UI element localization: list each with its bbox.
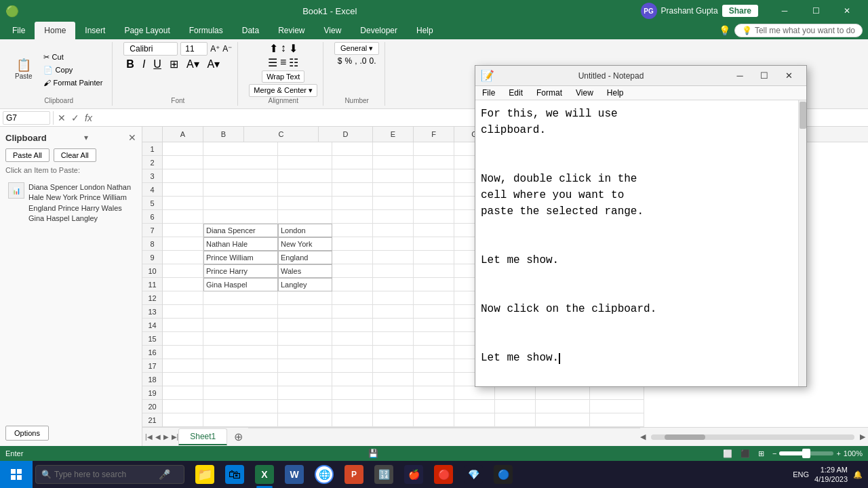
cell-C19[interactable]: [278, 386, 332, 400]
wrap-text-button[interactable]: Wrap Text: [262, 70, 304, 83]
bold-button[interactable]: B: [123, 58, 137, 71]
tab-page-layout[interactable]: Page Layout: [115, 22, 179, 39]
notepad-restore-button[interactable]: ☐: [752, 66, 776, 85]
share-button[interactable]: Share: [722, 5, 758, 17]
cell-F20[interactable]: [414, 400, 454, 413]
tab-file[interactable]: File: [3, 22, 35, 39]
row-number-21[interactable]: 21: [142, 413, 162, 427]
cell-E21[interactable]: [373, 413, 414, 427]
cell-F21[interactable]: [414, 413, 454, 427]
underline-button[interactable]: U: [151, 58, 164, 71]
col-header-A[interactable]: A: [163, 127, 203, 142]
cell-A6[interactable]: [163, 210, 203, 224]
cell-D8[interactable]: [332, 237, 373, 251]
cell-A20[interactable]: [163, 400, 203, 413]
cell-E5[interactable]: [373, 197, 414, 210]
cell-F1[interactable]: [414, 142, 454, 156]
font-color-button[interactable]: A▾: [205, 57, 223, 71]
row-number-8[interactable]: 8: [142, 237, 162, 251]
cell-D17[interactable]: [332, 359, 373, 373]
cell-I19[interactable]: [536, 386, 590, 400]
cell-I20[interactable]: [536, 400, 590, 413]
cell-A3[interactable]: [163, 169, 203, 183]
cell-A11[interactable]: [163, 278, 203, 291]
cell-A17[interactable]: [163, 359, 203, 373]
cell-reference-box[interactable]: G7: [3, 111, 50, 125]
horizontal-scroll-right[interactable]: ▶: [860, 432, 865, 441]
cell-A5[interactable]: [163, 197, 203, 210]
cell-D7[interactable]: [332, 224, 373, 237]
taskbar-app-calculator[interactable]: 🔢: [369, 461, 399, 488]
cell-D16[interactable]: [332, 346, 373, 359]
paste-button[interactable]: 📋 Paste: [11, 56, 37, 83]
cell-F7[interactable]: [414, 224, 454, 237]
row-number-4[interactable]: 4: [142, 183, 162, 197]
cell-E20[interactable]: [373, 400, 414, 413]
cell-E7[interactable]: [373, 224, 414, 237]
cell-B5[interactable]: [203, 197, 278, 210]
cell-B2[interactable]: [203, 156, 278, 169]
cell-B21[interactable]: [203, 413, 278, 427]
align-bottom-button[interactable]: ⬇: [289, 42, 298, 55]
col-header-C[interactable]: C: [244, 127, 319, 142]
cell-F8[interactable]: [414, 237, 454, 251]
cell-B3[interactable]: [203, 169, 278, 183]
cell-D10[interactable]: [332, 264, 373, 278]
cell-G19[interactable]: [454, 386, 495, 400]
col-header-B[interactable]: B: [203, 127, 244, 142]
notepad-menu-edit[interactable]: Edit: [502, 86, 530, 100]
start-button[interactable]: [0, 461, 33, 488]
cell-E19[interactable]: [373, 386, 414, 400]
tab-home[interactable]: Home: [35, 22, 75, 39]
cell-A2[interactable]: [163, 156, 203, 169]
cell-B9[interactable]: Prince William: [203, 251, 278, 264]
cell-F4[interactable]: [414, 183, 454, 197]
taskbar-app-powerpoint[interactable]: P: [339, 461, 369, 488]
cell-B10[interactable]: Prince Harry: [203, 264, 278, 278]
cell-B4[interactable]: [203, 183, 278, 197]
options-button[interactable]: Options: [5, 426, 49, 441]
tell-me-input[interactable]: 💡 Tell me what you want to do: [734, 24, 863, 37]
cell-D6[interactable]: [332, 210, 373, 224]
sheet-scroll-last-button[interactable]: ▶|: [172, 433, 179, 441]
cell-E6[interactable]: [373, 210, 414, 224]
cell-C17[interactable]: [278, 359, 332, 373]
row-number-17[interactable]: 17: [142, 359, 162, 373]
cell-E12[interactable]: [373, 291, 414, 305]
border-button[interactable]: ⊞: [167, 57, 181, 71]
cell-P21[interactable]: [590, 413, 644, 427]
cell-B7[interactable]: Diana Spencer: [203, 224, 278, 237]
increase-decimal-button[interactable]: .0: [360, 56, 367, 66]
row-number-16[interactable]: 16: [142, 346, 162, 359]
view-break-icon[interactable]: ⊞: [758, 449, 764, 458]
row-number-18[interactable]: 18: [142, 373, 162, 386]
cell-F13[interactable]: [414, 305, 454, 319]
clipboard-item[interactable]: 📊 Diana Spencer London Nathan Hale New Y…: [5, 180, 136, 227]
cell-E17[interactable]: [373, 359, 414, 373]
row-number-19[interactable]: 19: [142, 386, 162, 400]
cell-D21[interactable]: [332, 413, 373, 427]
notepad-menu-help[interactable]: Help: [600, 86, 631, 100]
restore-button[interactable]: ☐: [800, 0, 831, 22]
align-right-button[interactable]: ☷: [289, 56, 298, 69]
cell-F10[interactable]: [414, 264, 454, 278]
view-normal-icon[interactable]: ⬜: [723, 449, 732, 458]
row-number-15[interactable]: 15: [142, 332, 162, 346]
cell-F16[interactable]: [414, 346, 454, 359]
cell-B11[interactable]: Gina Haspel: [203, 278, 278, 291]
taskbar-app-3[interactable]: 💎: [458, 461, 488, 488]
taskbar-app-chrome[interactable]: 🌐: [309, 461, 339, 488]
cell-C15[interactable]: [278, 332, 332, 346]
row-number-1[interactable]: 1: [142, 142, 162, 156]
clipboard-close-button[interactable]: ✕: [128, 132, 136, 143]
cell-H21[interactable]: [495, 413, 536, 427]
taskbar-app-store[interactable]: 🛍: [220, 461, 250, 488]
cell-A19[interactable]: [163, 386, 203, 400]
cell-A14[interactable]: [163, 319, 203, 332]
minimize-button[interactable]: ─: [769, 0, 800, 22]
cell-F17[interactable]: [414, 359, 454, 373]
cell-D4[interactable]: [332, 183, 373, 197]
cell-P19[interactable]: [590, 386, 644, 400]
cell-D20[interactable]: [332, 400, 373, 413]
cell-E8[interactable]: [373, 237, 414, 251]
